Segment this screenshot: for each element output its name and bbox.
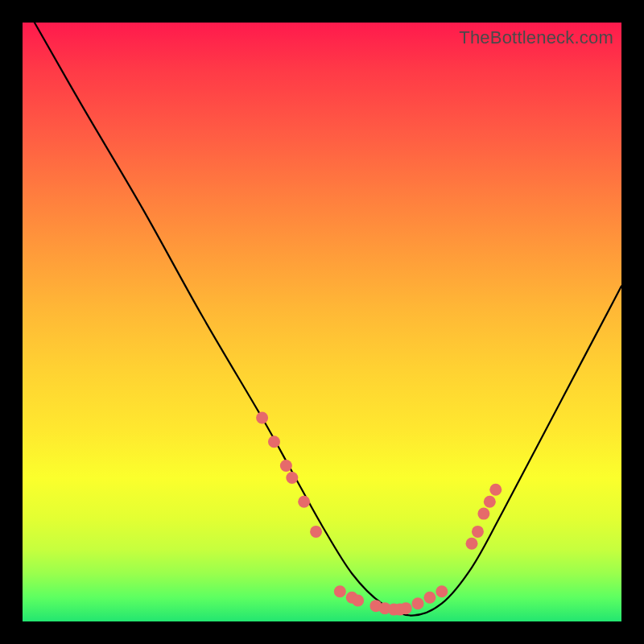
curve-marker — [256, 412, 268, 424]
curve-marker — [400, 602, 412, 614]
bottleneck-curve — [23, 23, 621, 621]
curve-marker — [298, 496, 310, 508]
chart-plot-area: TheBottleneck.com — [23, 23, 621, 621]
curve-marker — [489, 484, 502, 496]
curve-marker — [412, 597, 424, 609]
curve-marker — [280, 460, 292, 472]
curve-marker — [436, 585, 448, 597]
curve-marker — [477, 508, 489, 520]
curve-marker — [268, 436, 280, 448]
curve-marker — [466, 538, 478, 550]
curve-marker — [334, 585, 346, 597]
curve-marker — [286, 472, 298, 484]
curve-marker — [310, 526, 322, 538]
curve-marker — [484, 496, 496, 508]
curve-marker — [472, 526, 484, 538]
curve-marker — [423, 592, 436, 604]
curve-marker — [352, 594, 364, 606]
